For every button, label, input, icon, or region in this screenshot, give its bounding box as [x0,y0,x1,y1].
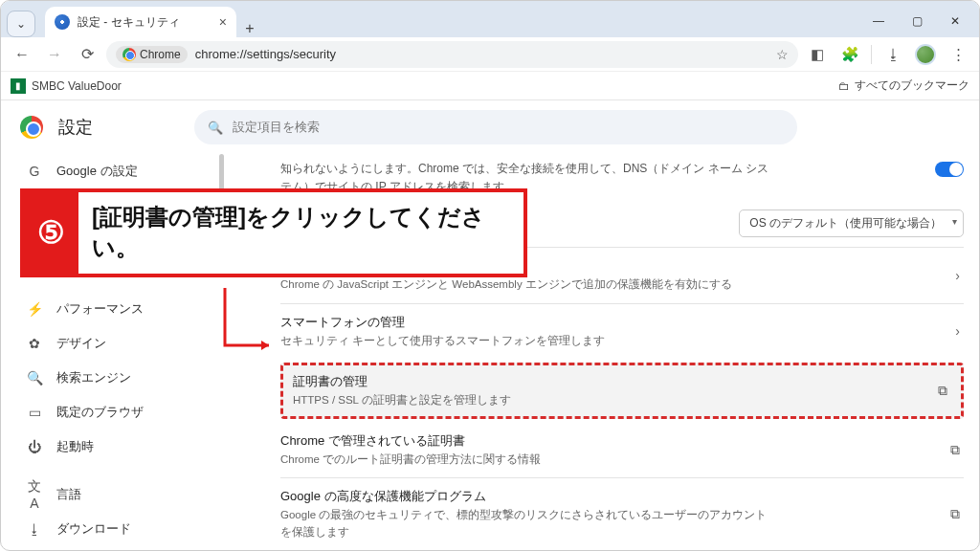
side-panel-icon[interactable]: ◧ [804,41,831,68]
sidebar-item-label: ダウンロード [56,520,131,538]
sidebar-item-languages[interactable]: 文A言語 [12,477,223,512]
avatar-icon [915,44,936,65]
bookmark-item[interactable]: SMBC ValueDoor [32,79,122,93]
bookmark-star-icon[interactable]: ☆ [776,47,789,62]
setting-manage-phones[interactable]: スマートフォンの管理 セキュリティ キーとして使用するスマートフォンを管理します… [280,304,964,359]
setting-advanced-protection[interactable]: Google の高度な保護機能プログラム Google の最強のセキュリティで、… [280,478,964,550]
address-bar[interactable]: Chrome chrome://settings/security ☆ [106,41,798,68]
close-icon[interactable]: × [219,14,227,30]
all-bookmarks-label: すべてのブックマーク [855,77,969,94]
sidebar-item-label: 既定のブラウザ [56,404,144,421]
minimize-button[interactable]: — [860,8,897,34]
chrome-chip: Chrome [116,46,188,63]
reload-button[interactable]: ⟳ [74,41,100,68]
gear-icon [55,14,70,30]
window-controls: — ▢ ✕ [860,5,973,37]
extensions-icon[interactable]: 🧩 [836,41,863,68]
folder-icon: 🗀 [838,79,850,93]
sidebar-item-label: デザイン [56,335,106,352]
sidebar-item-startup[interactable]: ⏻起動時 [12,430,223,464]
external-link-icon: ⧉ [947,506,964,522]
external-link-icon: ⧉ [947,442,964,458]
sidebar-item-search-engine[interactable]: 🔍検索エンジン [12,361,223,395]
instruction-text: [証明書の管理]をクリックしてください。 [78,192,523,274]
sidebar-item-label: 検索エンジン [56,369,131,386]
setting-title: Google の高度な保護機能プログラム [280,488,778,505]
chevron-right-icon: › [951,268,964,283]
sidebar-item-downloads[interactable]: ⭳ダウンロード [12,512,223,546]
sidebar-item-label: 起動時 [56,438,94,455]
url-text: chrome://settings/security [195,47,336,61]
download-icon: ⭳ [26,521,43,537]
sidebar-item-accessibility[interactable]: ✦ユーザー補助機能 [12,546,223,550]
sidebar-item-performance[interactable]: ⚡パフォーマンス [12,292,223,326]
bookmark-favicon: ▮ [11,78,26,94]
setting-subtitle: Chrome の JavaScript エンジンと WebAssembly エン… [280,276,732,293]
toolbar: ← → ⟳ Chrome chrome://settings/security … [1,37,979,72]
instruction-callout: ⑤ [証明書の管理]をクリックしてください。 [20,188,527,277]
setting-title: 証明書の管理 [293,373,511,390]
browser-icon: ▭ [26,405,43,420]
sidebar-item-google[interactable]: GGoogle の設定 [12,154,223,188]
all-bookmarks-button[interactable]: 🗀 すべてのブックマーク [838,77,969,94]
dns-toggle[interactable] [935,162,964,177]
setting-title: Chrome で管理されている証明書 [280,432,541,450]
new-tab-button[interactable]: + [236,20,263,37]
external-link-icon: ⧉ [934,383,951,399]
download-icon[interactable]: ⭳ [880,41,906,68]
dropdown-value: OS のデフォルト（使用可能な場合） [749,216,942,230]
tab-title: 設定 - セキュリティ [78,14,180,31]
browser-tab[interactable]: 設定 - セキュリティ × [45,7,236,37]
setting-subtitle: Google の最強のセキュリティで、標的型攻撃のリスクにさらされているユーザー… [280,507,778,540]
setting-subtitle: Chrome でのルート証明書の管理方法に関する情報 [280,452,541,468]
tab-strip: ⌄ 設定 - セキュリティ × + — ▢ ✕ [1,1,979,37]
chrome-chip-label: Chrome [140,48,181,61]
chrome-logo-icon [20,116,43,139]
setting-chrome-certificates[interactable]: Chrome で管理されている証明書 Chrome でのルート証明書の管理方法に… [280,423,964,477]
page-title: 設定 [58,116,93,139]
dns-provider-dropdown[interactable]: OS のデフォルト（使用可能な場合） [739,209,964,237]
sidebar-item-default-browser[interactable]: ▭既定のブラウザ [12,395,223,430]
power-icon: ⏻ [26,439,43,454]
sidebar-gap [12,464,223,477]
sidebar-item-label: Google の設定 [56,163,138,180]
divider [871,45,872,64]
search-icon: 🔍 [26,370,43,386]
settings-header: 設定 🔍 設定項目を検索 [1,100,979,154]
setting-subtitle: セキュリティ キーとして使用するスマートフォンを管理します [280,333,605,349]
step-number-badge: ⑤ [24,192,78,274]
language-icon: 文A [26,478,43,511]
bolt-icon: ⚡ [26,301,43,317]
bookmarks-bar: ▮ SMBC ValueDoor 🗀 すべてのブックマーク [1,72,979,100]
setting-subtitle: HTTPS / SSL の証明書と設定を管理します [293,392,511,408]
setting-manage-certificates[interactable]: 証明書の管理 HTTPS / SSL の証明書と設定を管理します ⧉ [280,363,964,419]
google-icon: G [26,164,43,179]
close-window-button[interactable]: ✕ [937,8,973,34]
chrome-icon [122,48,136,61]
profile-avatar[interactable] [912,41,939,68]
forward-button[interactable]: → [41,41,68,68]
sidebar-item-label: 言語 [56,486,81,503]
palette-icon: ✿ [26,336,43,351]
sidebar-item-label: パフォーマンス [56,300,144,318]
setting-title: スマートフォンの管理 [280,314,605,331]
chevron-right-icon: › [951,323,964,339]
back-button[interactable]: ← [9,41,35,68]
tab-search-button[interactable]: ⌄ [7,11,35,37]
settings-search-input[interactable]: 🔍 設定項目を検索 [194,110,797,144]
search-placeholder: 設定項目を検索 [233,119,320,136]
menu-icon[interactable]: ⋮ [945,41,971,68]
sidebar-item-appearance[interactable]: ✿デザイン [12,326,223,361]
search-icon: 🔍 [208,121,223,135]
maximize-button[interactable]: ▢ [899,8,935,34]
